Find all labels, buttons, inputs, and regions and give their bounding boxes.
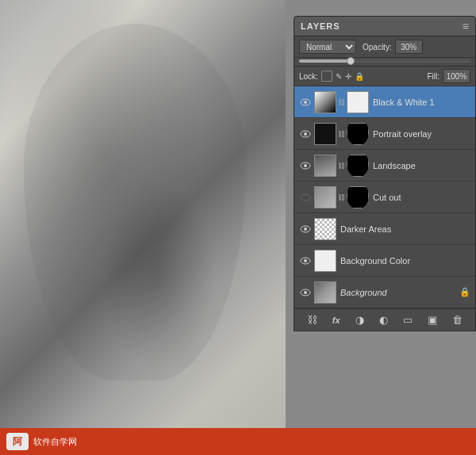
face-silhouette bbox=[24, 24, 246, 380]
eye-icon-black-white-1[interactable] bbox=[299, 97, 312, 108]
layer-name-background: Background bbox=[340, 288, 457, 297]
layer-name-darker-areas: Darker Areas bbox=[340, 224, 470, 234]
thumb-group-background bbox=[314, 281, 336, 304]
layer-mask-thumb-cut-out bbox=[347, 186, 369, 208]
opacity-input[interactable]: 30% bbox=[395, 40, 423, 54]
layer-thumb-darker-areas bbox=[314, 218, 336, 240]
thumb-group-black-white-1: ⛓ bbox=[314, 91, 369, 113]
svg-point-5 bbox=[304, 164, 307, 167]
eye-icon-background-color[interactable] bbox=[299, 255, 312, 266]
blend-mode-row: Normal Multiply Screen Opacity: 30% bbox=[294, 36, 475, 58]
layer-thumb-background bbox=[314, 281, 336, 304]
eye-icon-darker-areas[interactable] bbox=[299, 224, 312, 235]
svg-point-8 bbox=[304, 228, 307, 231]
lock-all-icon[interactable]: 🔒 bbox=[355, 72, 364, 81]
watermark-bar: 阿 软件自学网 bbox=[0, 428, 476, 455]
layers-panel: LAYERS ≡ Normal Multiply Screen Opacity:… bbox=[294, 16, 476, 331]
eye-icon-landscape[interactable] bbox=[299, 160, 312, 171]
panel-header: LAYERS ≡ bbox=[294, 17, 475, 36]
layer-thumb-black-white-1 bbox=[314, 91, 336, 113]
lock-paint-icon[interactable]: ✎ bbox=[336, 72, 342, 81]
lock-move-icon[interactable]: ✛ bbox=[345, 72, 351, 81]
adjustment-button[interactable]: ◐ bbox=[376, 312, 391, 327]
panel-title: LAYERS bbox=[301, 21, 340, 31]
chain-icon-landscape: ⛓ bbox=[338, 162, 345, 170]
eye-icon-portrait-overlay[interactable] bbox=[299, 128, 312, 140]
layer-thumb-background-color bbox=[314, 250, 336, 272]
layer-thumb-cut-out bbox=[314, 186, 336, 208]
svg-point-6 bbox=[301, 194, 310, 201]
svg-point-1 bbox=[304, 101, 307, 104]
layers-list: ⛓Black & White 1 ⛓Portrait overlay ⛓Land… bbox=[294, 86, 475, 308]
watermark-text: 软件自学网 bbox=[33, 436, 77, 448]
watermark-logo: 阿 bbox=[6, 433, 29, 450]
svg-point-12 bbox=[304, 291, 307, 294]
panel-menu-icon[interactable]: ≡ bbox=[463, 20, 469, 32]
new-group-button[interactable]: ▭ bbox=[400, 312, 416, 327]
eye-icon-cut-out[interactable] bbox=[299, 192, 312, 203]
slider-thumb[interactable] bbox=[347, 57, 355, 65]
layer-name-landscape: Landscape bbox=[373, 161, 470, 170]
photo-background bbox=[0, 0, 286, 428]
opacity-label: Opacity: bbox=[363, 43, 392, 52]
layer-thumb-portrait-overlay bbox=[314, 123, 336, 145]
thumb-group-darker-areas bbox=[314, 218, 336, 240]
chain-icon-black-white-1: ⛓ bbox=[338, 98, 345, 106]
opacity-slider[interactable] bbox=[299, 59, 470, 63]
layer-name-background-color: Background Color bbox=[340, 256, 470, 266]
layer-row-background[interactable]: Background🔒 bbox=[294, 277, 475, 308]
chain-icon-cut-out: ⛓ bbox=[338, 193, 345, 201]
thumb-group-background-color bbox=[314, 250, 336, 272]
blend-mode-select[interactable]: Normal Multiply Screen bbox=[299, 40, 356, 54]
new-layer-button[interactable]: ▣ bbox=[424, 312, 440, 327]
svg-point-10 bbox=[304, 259, 307, 262]
add-mask-button[interactable]: ◑ bbox=[352, 312, 367, 327]
opacity-slider-row bbox=[294, 58, 475, 67]
lock-label: Lock: bbox=[299, 72, 318, 81]
thumb-group-portrait-overlay: ⛓ bbox=[314, 123, 369, 145]
layer-thumb-landscape bbox=[314, 155, 336, 177]
svg-point-3 bbox=[304, 132, 307, 136]
layer-lock-badge-background: 🔒 bbox=[459, 287, 470, 297]
layer-row-portrait-overlay[interactable]: ⛓Portrait overlay bbox=[294, 118, 475, 150]
lock-row: Lock: ✎ ✛ 🔒 Fill: 100% bbox=[294, 67, 475, 86]
fill-label: Fill: bbox=[427, 72, 440, 81]
thumb-group-landscape: ⛓ bbox=[314, 155, 369, 177]
layer-mask-thumb-black-white-1 bbox=[347, 91, 369, 113]
chain-icon-portrait-overlay: ⛓ bbox=[338, 130, 345, 138]
layer-row-cut-out[interactable]: ⛓Cut out bbox=[294, 182, 475, 213]
layer-mask-thumb-landscape bbox=[347, 155, 369, 177]
fx-button[interactable]: fx bbox=[329, 314, 344, 327]
layer-row-landscape[interactable]: ⛓Landscape bbox=[294, 150, 475, 182]
layer-name-portrait-overlay: Portrait overlay bbox=[373, 129, 470, 139]
delete-layer-button[interactable]: 🗑 bbox=[449, 312, 466, 327]
panel-footer: ⛓ fx ◑ ◐ ▭ ▣ 🗑 bbox=[294, 308, 475, 331]
lock-pixels-icon[interactable] bbox=[321, 71, 332, 82]
layer-row-darker-areas[interactable]: Darker Areas bbox=[294, 213, 475, 245]
layer-name-cut-out: Cut out bbox=[373, 193, 470, 202]
layer-row-black-white-1[interactable]: ⛓Black & White 1 bbox=[294, 86, 475, 118]
layer-row-background-color[interactable]: Background Color bbox=[294, 245, 475, 277]
layer-name-black-white-1: Black & White 1 bbox=[373, 98, 470, 107]
fill-input[interactable]: 100% bbox=[443, 69, 470, 83]
eye-icon-background[interactable] bbox=[299, 287, 312, 298]
link-layers-button[interactable]: ⛓ bbox=[304, 312, 321, 327]
layer-mask-thumb-portrait-overlay bbox=[347, 123, 369, 145]
thumb-group-cut-out: ⛓ bbox=[314, 186, 369, 208]
